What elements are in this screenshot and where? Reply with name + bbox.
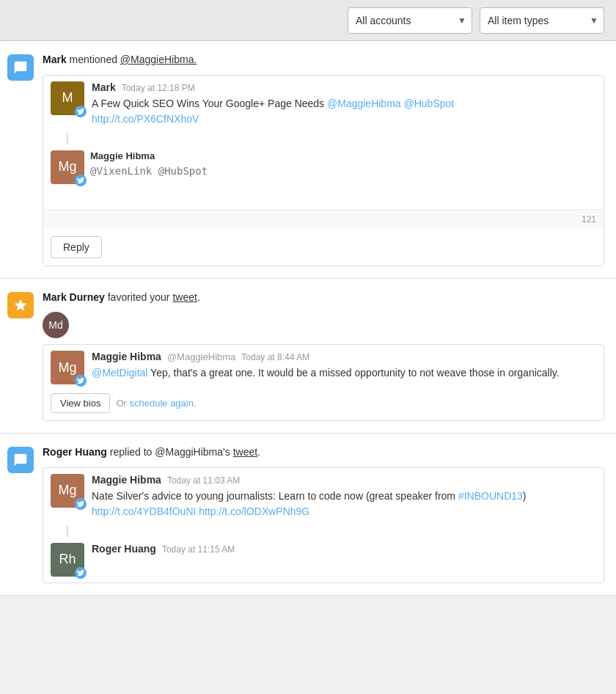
fav-tweet-body: @MetDigital Yep, that's a great one. It … <box>92 365 596 381</box>
mention-user-link[interactable]: Mark <box>43 54 67 65</box>
fav-author-time: Maggie Hibma @MaggieHibma Today at 8:44 … <box>92 351 596 362</box>
fav-tweet-time: Today at 8:44 AM <box>241 352 309 362</box>
or-text: Or schedule again. <box>116 398 196 409</box>
fav-tweet-handle: @MaggieHibma <box>167 351 235 362</box>
reply-button[interactable]: Reply <box>51 236 102 258</box>
reply-user-link[interactable]: Roger Huang <box>43 446 107 458</box>
twitter-badge-maggie-2 <box>75 375 87 387</box>
twitter-icon-maggie-3 <box>77 500 84 508</box>
reply-main: Maggie Hibma <box>90 150 596 203</box>
header-bar: All accounts ▼ All item types ▼ <box>0 0 616 41</box>
connector-line-col <box>51 133 84 145</box>
char-count: 121 <box>582 214 596 224</box>
schedule-again-link[interactable]: schedule again <box>129 398 193 409</box>
reply-area: Mg Maggie Hibma 121 <box>43 145 604 229</box>
original-tweet-time: Today at 12:18 PM <box>122 83 195 93</box>
favorite-content: Mark Durney favorited your tweet. Md Mg <box>43 291 604 422</box>
twitter-badge-maggie <box>75 175 87 186</box>
reply-orig-time: Today at 11:03 AM <box>167 475 240 486</box>
roger-reply-author: Roger Huang <box>92 543 156 555</box>
reply-target: tweet <box>233 446 257 458</box>
chat-icon <box>13 60 28 75</box>
maggie-avatar-wrap-3: Mg <box>51 474 84 508</box>
maggie-avatar-wrap: Mg <box>51 150 84 184</box>
reply-action: replied to @MaggiHibma's <box>107 446 233 458</box>
reply-author-name: Maggie Hibma <box>90 150 596 161</box>
fav-tweet-tag[interactable]: @MetDigital <box>92 367 147 379</box>
connector-wrapper-2 <box>43 525 604 537</box>
orig-url1-link[interactable]: http://t.co/4YDB4fOuNI <box>92 505 196 517</box>
mention-target: @MaggieHibma. <box>120 54 197 65</box>
mention-summary: Mark mentioned @MaggieHibma. <box>43 53 604 67</box>
original-tweet-row: M Mark Today at 12:18 PM A Few Qui <box>43 76 604 133</box>
twitter-icon-maggie <box>77 177 84 184</box>
twitter-badge-roger <box>75 567 87 579</box>
mention-link-maggie[interactable]: @MaggieHibma <box>327 98 401 109</box>
favorite-user-link[interactable]: Mark Durney <box>43 291 105 303</box>
reply-icon-badge <box>7 447 34 473</box>
mention-link-hubspot[interactable]: @HubSpot <box>404 98 455 109</box>
favorite-action: favorited your <box>105 291 173 303</box>
roger-reply-time: Today at 11:15 AM <box>162 544 235 555</box>
twitter-icon-maggie-2 <box>77 377 84 384</box>
original-tweet-author: Mark <box>92 81 116 93</box>
favorite-tweet-row: Mg Maggie Hibma @MaggieHibma Today at 8:… <box>43 345 604 390</box>
star-icon <box>13 298 28 313</box>
connector-wrapper <box>43 133 604 145</box>
mention-link-url[interactable]: http://t.co/PX6CfNXhoV <box>92 113 199 125</box>
mention-icon-badge <box>7 54 34 81</box>
feed-item-reply: Roger Huang replied to @MaggiHibma's twe… <box>0 434 616 596</box>
fav-action-row: View bios Or schedule again. <box>43 390 604 420</box>
accounts-dropdown[interactable]: All accounts <box>348 7 472 34</box>
feed-item-mention: Mark mentioned @MaggieHibma. M <box>0 41 616 279</box>
twitter-icon-mark <box>77 108 84 115</box>
reply-summary: Roger Huang replied to @MaggiHibma's twe… <box>43 445 604 460</box>
roger-author-time: Roger Huang Today at 11:15 AM <box>92 543 596 555</box>
reply-orig-meta: Maggie Hibma Today at 11:03 AM Nate Silv… <box>92 474 596 519</box>
mention-content: Mark mentioned @MaggieHibma. M <box>43 53 604 266</box>
item-types-dropdown-wrapper: All item types ▼ <box>480 7 604 34</box>
fav-tweet-text: Yep, that's a great one. It would be a m… <box>147 367 559 379</box>
mark-avatar-wrap: M <box>51 81 84 115</box>
roger-reply-meta: Roger Huang Today at 11:15 AM <box>92 543 596 555</box>
reply-textarea[interactable] <box>90 164 596 201</box>
favorite-target: tweet <box>172 291 197 303</box>
twitter-icon-roger <box>77 569 84 577</box>
original-tweet-meta: Mark Today at 12:18 PM A Few Quick SEO W… <box>92 81 596 127</box>
reply-orig-author: Maggie Hibma <box>92 474 161 486</box>
original-tweet-body: A Few Quick SEO Wins Your Google+ Page N… <box>92 96 596 127</box>
roger-avatar-wrap: Rh <box>51 543 84 577</box>
item-types-dropdown[interactable]: All item types <box>480 7 604 34</box>
reply-footer: 121 <box>43 209 604 229</box>
view-bios-button[interactable]: View bios <box>51 393 110 413</box>
tweet-author-time-row: Mark Today at 12:18 PM <box>92 81 596 93</box>
orig-url2-link[interactable]: http://t.co/lODXwPNh9G <box>199 505 309 517</box>
reply-content: Roger Huang replied to @MaggiHibma's twe… <box>43 445 604 583</box>
accounts-dropdown-wrapper: All accounts ▼ <box>348 7 472 34</box>
favorite-summary: Mark Durney favorited your tweet. <box>43 291 604 305</box>
feed-container: Mark mentioned @MaggieHibma. M <box>0 41 616 596</box>
mention-tweet-card: M Mark Today at 12:18 PM A Few Qui <box>43 75 604 266</box>
mention-tweet-wrapper: M Mark Today at 12:18 PM A Few Qui <box>43 75 604 266</box>
fav-tweet-author: Maggie Hibma <box>92 351 161 362</box>
twitter-badge-mark <box>75 106 87 117</box>
connector-line <box>67 133 68 145</box>
favorite-tweet-card: Mg Maggie Hibma @MaggieHibma Today at 8:… <box>43 344 604 421</box>
twitter-badge-maggie-3 <box>75 498 87 510</box>
favorite-icon-badge <box>7 292 34 318</box>
inbound-tag-link[interactable]: #INBOUND13 <box>458 490 523 502</box>
reply-orig-author-time: Maggie Hibma Today at 11:03 AM <box>92 474 596 486</box>
fav-tweet-meta: Maggie Hibma @MaggieHibma Today at 8:44 … <box>92 351 596 381</box>
roger-reply-row: Rh Roger Huang Today at 11:15 AM <box>43 537 604 582</box>
reply-btn-row: Reply <box>43 229 604 266</box>
mention-action: mentioned <box>67 54 120 65</box>
markd-small-avatar: Md <box>43 312 69 338</box>
connector-line-2 <box>67 525 68 537</box>
reply-tweet-card: Mg Maggie Hibma Today at 11:03 AM Nate S… <box>43 467 604 583</box>
favoriter-avatar-row: Md <box>43 312 604 338</box>
maggie-avatar-wrap-2: Mg <box>51 351 84 384</box>
reply-orig-body: Nate Silver's advice to young journalist… <box>92 489 596 519</box>
feed-item-favorite: Mark Durney favorited your tweet. Md Mg <box>0 279 616 434</box>
reply-author-row: Mg Maggie Hibma <box>43 145 604 209</box>
reply-orig-tweet-row: Mg Maggie Hibma Today at 11:03 AM Nate S… <box>43 468 604 525</box>
